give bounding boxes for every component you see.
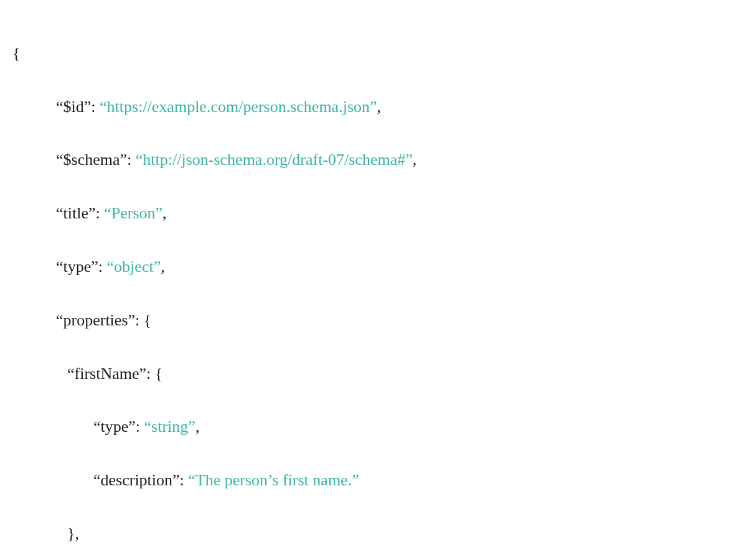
title-value: “Person” bbox=[104, 204, 162, 222]
colon: : bbox=[98, 258, 107, 276]
colon: : bbox=[180, 471, 189, 489]
firstname-key: “firstName” bbox=[67, 365, 146, 383]
id-key: “$id” bbox=[56, 98, 91, 116]
firstname-desc-value: “The person’s first name.” bbox=[188, 471, 359, 489]
type-key: “type” bbox=[56, 258, 98, 276]
json-schema-code-block: { “$id”: “https://example.com/person.sch… bbox=[12, 14, 735, 560]
comma: , bbox=[161, 258, 165, 276]
comma: , bbox=[413, 151, 417, 169]
comma: , bbox=[195, 418, 200, 436]
title-key: “title” bbox=[56, 204, 96, 222]
properties-key: “properties” bbox=[56, 311, 135, 329]
type-value: “object” bbox=[107, 258, 161, 276]
colon: : bbox=[127, 151, 136, 169]
firstname-desc-key: “description” bbox=[93, 471, 180, 489]
firstname-open: : { bbox=[146, 365, 162, 383]
firstname-close: }, bbox=[67, 525, 79, 543]
comma: , bbox=[377, 98, 382, 116]
colon: : bbox=[91, 98, 100, 116]
comma: , bbox=[162, 204, 167, 222]
firstname-type-key: “type” bbox=[93, 418, 136, 436]
schema-value: “http://json-schema.org/draft-07/schema#… bbox=[136, 151, 413, 169]
schema-key: “$schema” bbox=[56, 151, 127, 169]
firstname-type-value: “string” bbox=[144, 418, 195, 436]
id-value: “https://example.com/person.schema.json” bbox=[100, 98, 377, 116]
properties-open: : { bbox=[135, 311, 151, 329]
colon: : bbox=[96, 204, 105, 222]
brace-open: { bbox=[12, 44, 20, 62]
colon: : bbox=[136, 418, 144, 436]
